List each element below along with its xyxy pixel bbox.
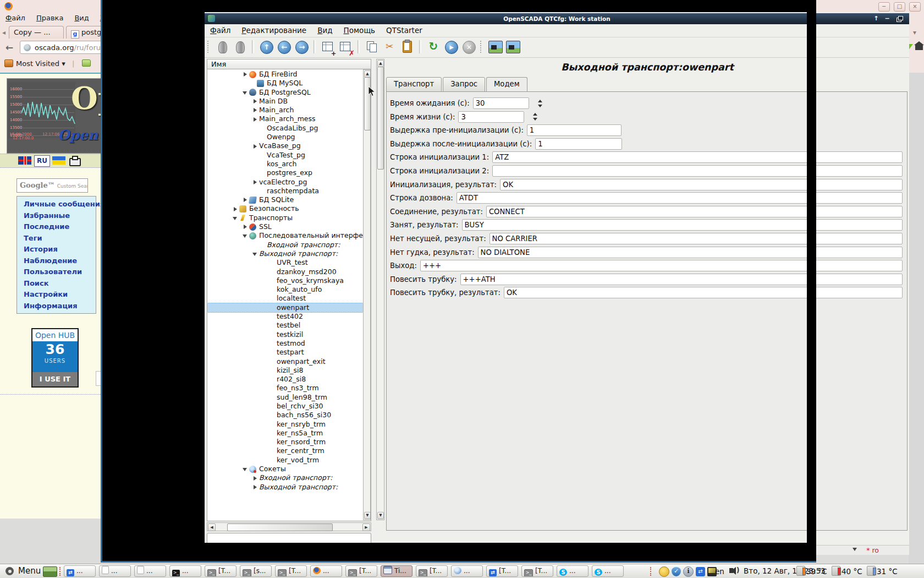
applications-menu-button[interactable]: Menu (18, 566, 41, 576)
task-button-1[interactable]: ... (99, 565, 131, 577)
menu-item-Вид[interactable]: Вид (312, 24, 338, 35)
field-input[interactable]: CONNECT (486, 206, 903, 217)
tree-item[interactable]: БД FireBird (207, 70, 363, 79)
field-input[interactable]: NO DIALTONE (478, 247, 903, 258)
field-input[interactable]: OK (500, 179, 903, 190)
tree-item[interactable]: Безопасность (207, 204, 363, 213)
expand-icon[interactable] (241, 222, 249, 231)
task-button-8[interactable]: >_[T... (345, 565, 377, 577)
scrollbar-thumb[interactable] (364, 77, 371, 130)
status-dropdown-icon[interactable] (853, 548, 857, 551)
expand-icon[interactable] (251, 474, 259, 483)
tree-item[interactable]: feo_ns3_trm (207, 384, 363, 392)
spinner-arrows-icon[interactable] (538, 99, 543, 108)
keyboard-layout-indicator[interactable]: en (715, 567, 724, 576)
tree-item[interactable]: Main_arch_mess (207, 114, 363, 123)
tree-item[interactable]: БД SQLite (207, 195, 363, 204)
qtcfg-shade-button[interactable]: ↑ (872, 14, 881, 23)
google-search-input[interactable]: Google™Custom Search (16, 178, 88, 193)
refresh-icon[interactable]: ↻ (426, 39, 441, 54)
print-icon[interactable] (69, 158, 81, 166)
panel-vertical-scrollbar[interactable]: ▲ ▼ (376, 59, 384, 520)
item-cut-icon[interactable]: ✂ (382, 39, 397, 54)
tab-Запрос[interactable]: Запрос (443, 77, 485, 92)
tree-item[interactable]: Выходной транспорт: (207, 483, 363, 492)
item-copy-icon[interactable] (364, 39, 380, 54)
tree-item[interactable]: owenpart_exit (207, 357, 363, 366)
tree-item[interactable]: kok_auto_ufo (207, 285, 363, 294)
tree-item[interactable]: UVR_test (207, 258, 363, 267)
task-button-6[interactable]: >_[T... (275, 565, 307, 577)
forum-link[interactable]: Личные сообщения (24, 200, 96, 208)
task-button-5[interactable]: >_[s... (240, 565, 272, 577)
firefox-close-button[interactable]: × (909, 2, 921, 12)
collapse-icon[interactable] (241, 465, 249, 473)
scroll-left-icon[interactable]: ◀ (208, 524, 216, 531)
field-input[interactable]: +++ (420, 260, 903, 271)
tree-header[interactable]: Имя (207, 59, 371, 69)
db-save-icon[interactable] (232, 39, 248, 54)
scroll-right-icon[interactable]: ▶ (362, 524, 370, 531)
flag-ru-button[interactable]: RU (34, 155, 50, 167)
task-button-0[interactable]: ⇄... (64, 565, 96, 577)
tree-vertical-scrollbar[interactable]: ▲ ▼ (363, 69, 371, 520)
tree-item[interactable]: bach_ns56_si30 (207, 411, 363, 419)
flag-uk-icon[interactable] (18, 156, 31, 165)
expand-icon[interactable] (251, 178, 259, 187)
tree-item[interactable]: OscadaLibs_pg (207, 124, 363, 133)
tree-item[interactable]: SSL (207, 222, 363, 231)
tree-item[interactable]: Сокеты (207, 465, 363, 473)
tree-item[interactable]: ker_vod_trm (207, 456, 363, 465)
tree-item[interactable]: ker_centr_trm (207, 446, 363, 455)
tree-item[interactable]: r402_si8 (207, 375, 363, 384)
expand-icon[interactable] (251, 142, 259, 151)
item-delete-icon[interactable]: ✗ (338, 39, 353, 54)
forum-link[interactable]: Информация (24, 302, 96, 310)
back-icon[interactable]: ← (6, 42, 13, 53)
forum-link[interactable]: Теги (24, 235, 96, 242)
spinner-arrows-icon[interactable] (533, 112, 538, 121)
menu-item-Правка[interactable]: Правка (36, 14, 63, 22)
field-input[interactable]: NO CARRIER (490, 233, 903, 244)
qtcfg-minimize-button[interactable]: − (883, 14, 892, 23)
forum-link[interactable]: История (24, 246, 96, 253)
tree-item[interactable]: testmod (207, 339, 363, 348)
tree-item[interactable]: testbel (207, 321, 363, 330)
tree-item[interactable]: owenpart (207, 303, 363, 312)
volume-icon[interactable] (729, 568, 733, 573)
task-button-2[interactable]: ... (134, 565, 166, 577)
field-input[interactable]: +++ATH (460, 274, 903, 285)
tree-item[interactable]: kizil_si8 (207, 366, 363, 375)
menu-item-QTStarter[interactable]: QTStarter (381, 24, 428, 35)
task-button-15[interactable]: S... (592, 565, 624, 577)
flag-ua-icon[interactable] (52, 156, 65, 165)
forum-link[interactable]: Поиск (24, 280, 96, 287)
menu-item-Файл[interactable]: Файл (6, 14, 25, 22)
scroll-down-icon[interactable]: ▼ (364, 512, 371, 519)
expand-icon[interactable] (232, 205, 239, 214)
item-paste-icon[interactable] (399, 39, 415, 54)
tree-item[interactable]: kos_arch (207, 160, 363, 168)
task-button-11[interactable]: ... (451, 565, 483, 577)
task-button-3[interactable]: >_... (169, 565, 201, 577)
openhub-badge[interactable]: Open HUB 36 USERS I USE IT (31, 328, 79, 388)
tree-item[interactable]: bel_rchv_si30 (207, 402, 363, 411)
tree-item[interactable]: ker_nsord_trm (207, 438, 363, 446)
collapse-icon[interactable] (232, 214, 239, 222)
tree-item[interactable]: postgres_exp (207, 168, 363, 177)
tree-horizontal-scrollbar[interactable]: ◀ ▶ (207, 522, 371, 531)
nav-forward-icon[interactable]: → (294, 39, 309, 54)
tab-Транспорт[interactable]: Транспорт (386, 77, 442, 92)
menu-item-Файл[interactable]: Файл (205, 24, 236, 35)
most-visited-bookmark[interactable]: Most Visited ▾ (16, 59, 65, 68)
menu-item-Редактирование[interactable]: Редактирование (236, 24, 312, 35)
field-input[interactable]: ATDT (457, 192, 903, 204)
panel-handle[interactable] (59, 567, 62, 576)
task-button-7[interactable]: ... (310, 565, 342, 577)
firefox-maximize-button[interactable]: □ (894, 2, 905, 12)
tree-item[interactable]: Main DB (207, 97, 363, 106)
tree-item[interactable]: Main_arch (207, 106, 363, 114)
field-input[interactable]: BUSY (462, 219, 903, 231)
toolbar-handle[interactable] (207, 41, 211, 53)
tree-item[interactable]: vcaElectro_pg (207, 178, 363, 187)
